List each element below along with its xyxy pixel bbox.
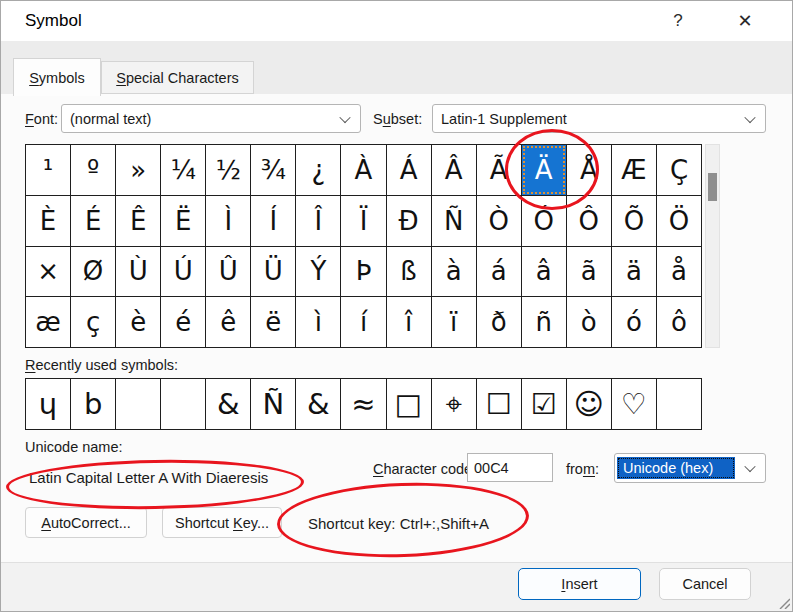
symbol-cell[interactable]: Å — [567, 145, 611, 195]
symbol-cell[interactable]: ò — [567, 297, 611, 347]
symbol-cell[interactable]: ¹ — [26, 145, 70, 195]
symbol-cell[interactable]: ¾ — [251, 145, 295, 195]
symbol-cell[interactable]: í — [341, 297, 385, 347]
recent-symbol-cell[interactable]: □ — [387, 379, 431, 429]
tab-special-characters-label: Special Characters — [116, 70, 239, 86]
symbol-cell[interactable]: Ô — [567, 196, 611, 246]
scrollbar-thumb[interactable] — [708, 173, 717, 201]
symbol-cell[interactable]: Ø — [71, 247, 115, 297]
symbol-cell[interactable]: ½ — [206, 145, 250, 195]
tab-symbols-label: Symbols — [29, 70, 85, 86]
symbol-cell[interactable]: ó — [612, 297, 656, 347]
cancel-button[interactable]: Cancel — [659, 568, 751, 600]
symbol-cell[interactable]: Ú — [161, 247, 205, 297]
symbol-cell[interactable]: á — [477, 247, 521, 297]
symbol-cell[interactable]: » — [116, 145, 160, 195]
recent-symbol-cell[interactable] — [161, 379, 205, 429]
symbol-cell[interactable]: Á — [387, 145, 431, 195]
autocorrect-button[interactable]: AutoCorrect... — [25, 507, 147, 538]
symbol-cell[interactable]: Æ — [612, 145, 656, 195]
symbol-cell[interactable]: ð — [477, 297, 521, 347]
help-button[interactable]: ? — [663, 7, 693, 35]
symbol-cell[interactable]: É — [71, 196, 115, 246]
recent-symbol-cell[interactable]: Ñ — [251, 379, 295, 429]
recent-symbol-cell[interactable]: ☐ — [477, 379, 521, 429]
symbol-cell[interactable]: ñ — [522, 297, 566, 347]
character-code-input[interactable] — [467, 453, 553, 482]
symbol-cell[interactable]: ê — [206, 297, 250, 347]
close-button[interactable]: ✕ — [730, 7, 760, 35]
recent-symbol-cell[interactable]: ♡ — [612, 379, 656, 429]
symbol-cell[interactable]: À — [341, 145, 385, 195]
symbol-cell[interactable]: è — [116, 297, 160, 347]
tab-symbols[interactable]: Symbols — [13, 58, 101, 96]
subset-dropdown[interactable]: Latin-1 Supplement — [432, 104, 766, 133]
recent-symbol-cell[interactable]: b — [71, 379, 115, 429]
symbol-cell[interactable]: Õ — [612, 196, 656, 246]
symbol-cell[interactable]: Ò — [477, 196, 521, 246]
symbol-cell[interactable]: à — [432, 247, 476, 297]
symbol-cell[interactable]: Ü — [251, 247, 295, 297]
symbol-cell[interactable]: æ — [26, 297, 70, 347]
dialog-title: Symbol — [25, 11, 82, 31]
symbol-cell[interactable]: ¿ — [296, 145, 340, 195]
tab-special-characters[interactable]: Special Characters — [101, 61, 254, 94]
symbol-cell[interactable]: Ñ — [432, 196, 476, 246]
insert-button-label: Insert — [561, 576, 597, 592]
symbol-cell[interactable]: Ó — [522, 196, 566, 246]
symbol-cell[interactable]: Ê — [116, 196, 160, 246]
recent-symbol-cell[interactable] — [116, 379, 160, 429]
symbol-cell[interactable]: È — [26, 196, 70, 246]
symbol-cell[interactable]: Ì — [206, 196, 250, 246]
symbol-cell[interactable]: ô — [657, 297, 701, 347]
symbol-cell[interactable]: Þ — [341, 247, 385, 297]
autocorrect-button-label: AutoCorrect... — [41, 515, 130, 531]
symbol-cell[interactable]: å — [657, 247, 701, 297]
symbol-cell[interactable]: ¼ — [161, 145, 205, 195]
symbol-cell[interactable]: ì — [296, 297, 340, 347]
recent-symbol-cell[interactable]: & — [296, 379, 340, 429]
shortcut-key-button[interactable]: Shortcut Key... — [162, 507, 282, 538]
font-dropdown[interactable]: (normal text) — [61, 104, 361, 133]
symbol-cell[interactable]: ç — [71, 297, 115, 347]
shortcut-key-text: Shortcut key: Ctrl+:,Shift+A — [308, 515, 489, 532]
symbol-cell[interactable]: ã — [567, 247, 611, 297]
grid-scrollbar[interactable] — [705, 144, 720, 348]
symbol-cell[interactable]: Û — [206, 247, 250, 297]
symbol-cell[interactable]: ä — [612, 247, 656, 297]
recent-symbol-cell[interactable]: ⌖ — [432, 379, 476, 429]
symbol-cell[interactable]: Ç — [657, 145, 701, 195]
symbol-cell[interactable]: ß — [387, 247, 431, 297]
recent-symbol-cell[interactable]: ☺ — [567, 379, 611, 429]
symbol-cell[interactable]: î — [387, 297, 431, 347]
symbol-cell[interactable]: Í — [251, 196, 295, 246]
symbol-cell[interactable]: Ð — [387, 196, 431, 246]
symbol-cell[interactable]: Ï — [341, 196, 385, 246]
recent-symbol-cell[interactable] — [657, 379, 701, 429]
symbol-cell[interactable]: Ö — [657, 196, 701, 246]
symbol-cell[interactable]: ë — [251, 297, 295, 347]
recent-symbol-cell[interactable]: ☑ — [522, 379, 566, 429]
recent-symbol-cell[interactable]: ɥ — [26, 379, 70, 429]
recently-used-grid: ɥb&Ñ&≈□⌖☐☑☺♡ — [25, 378, 702, 430]
recent-symbol-cell[interactable]: ≈ — [341, 379, 385, 429]
recent-symbol-cell[interactable]: & — [206, 379, 250, 429]
symbol-cell[interactable]: â — [522, 247, 566, 297]
font-label: Font: — [25, 111, 58, 127]
symbol-cell[interactable]: × — [26, 247, 70, 297]
symbol-cell[interactable]: ï — [432, 297, 476, 347]
symbol-cell[interactable]: é — [161, 297, 205, 347]
chevron-down-icon — [330, 105, 360, 132]
symbol-cell[interactable]: Ë — [161, 196, 205, 246]
insert-button[interactable]: Insert — [518, 568, 641, 600]
symbol-cell[interactable]: Ý — [296, 247, 340, 297]
symbol-cell[interactable]: Ù — [116, 247, 160, 297]
from-dropdown[interactable]: Unicode (hex) — [614, 453, 766, 483]
symbol-cell[interactable]: º — [71, 145, 115, 195]
symbol-dialog: Symbol ? ✕ Symbols Special Characters Fo… — [0, 0, 793, 612]
symbol-cell[interactable]: Ã — [477, 145, 521, 195]
symbol-cell[interactable]: Â — [432, 145, 476, 195]
resize-grip-icon[interactable] — [776, 595, 790, 609]
symbol-cell[interactable]: Î — [296, 196, 340, 246]
symbol-cell[interactable]: Ä — [522, 145, 566, 195]
